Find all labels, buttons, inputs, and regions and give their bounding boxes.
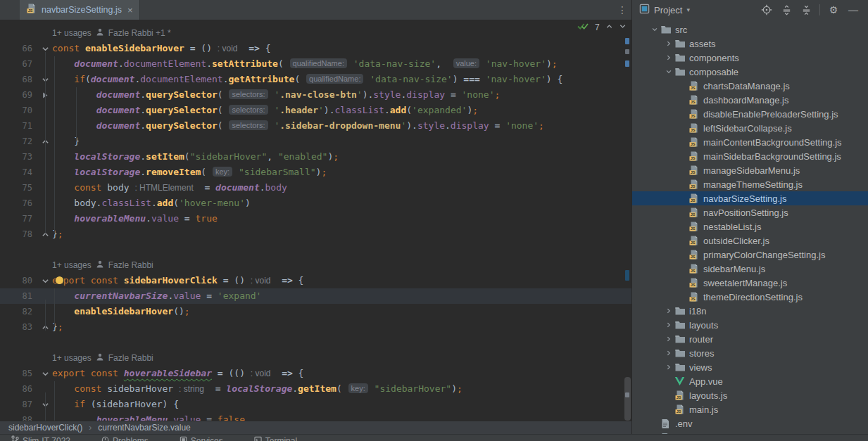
- tree-item-chartsDataManage.js[interactable]: JSchartsDataManage.js: [632, 79, 868, 93]
- line-number[interactable]: 76: [0, 196, 38, 211]
- code-line-76[interactable]: 76 body.classList.add('hover-menu'): [0, 196, 631, 211]
- code-line-73[interactable]: 73 localStorage.setItem("sidebarHover", …: [0, 149, 631, 165]
- code-line-83[interactable]: 83};: [0, 319, 631, 335]
- next-problem-icon[interactable]: [619, 23, 627, 32]
- tab-navbarSizeSetting[interactable]: JS navbarSizeSetting.js ×: [20, 0, 140, 20]
- chevron-down-icon[interactable]: ▾: [686, 6, 690, 13]
- code-line-68[interactable]: 68 if(document.documentElement.getAttrib…: [0, 72, 631, 87]
- code-line-67[interactable]: 67 document.documentElement.setAttribute…: [0, 56, 631, 72]
- tree-item-nestableList.js[interactable]: JSnestableList.js: [632, 219, 868, 234]
- code-line-69[interactable]: 69 document.querySelector( selectors: '.…: [0, 87, 631, 103]
- tree-item-manageThemeSetting.js[interactable]: JSmanageThemeSetting.js: [632, 177, 868, 191]
- line-number[interactable]: 69: [0, 87, 38, 103]
- line-number[interactable]: 82: [0, 304, 38, 319]
- statusbar-item-slim-it-7022[interactable]: Slim-IT-7022: [11, 435, 70, 441]
- tree-item-.env[interactable]: .env: [632, 416, 868, 430]
- chevron-right-icon[interactable]: [663, 364, 674, 371]
- project-panel-title[interactable]: Project: [654, 5, 682, 15]
- code-vision-hint[interactable]: 1+ usagesFazle Rabbi: [0, 257, 631, 273]
- line-number[interactable]: 83: [0, 319, 38, 335]
- error-stripe-mark[interactable]: [625, 38, 629, 44]
- tree-item-primaryColorChangeSetting.js[interactable]: JSprimaryColorChangeSetting.js: [632, 248, 868, 262]
- error-stripe-mark[interactable]: [625, 60, 629, 67]
- tree-item-manageSidebarMenu.js[interactable]: JSmanageSidebarMenu.js: [632, 163, 868, 177]
- code-line-71[interactable]: 71 document.querySelector( selectors: '.…: [0, 118, 631, 134]
- code-line-74[interactable]: 74 localStorage.removeItem( key: "sideba…: [0, 165, 631, 180]
- chevron-right-icon[interactable]: [663, 350, 674, 357]
- line-number[interactable]: 75: [0, 180, 38, 196]
- code-line-87[interactable]: 87 if (sidebarHover) {: [0, 397, 631, 412]
- tree-item-components[interactable]: components: [632, 51, 868, 65]
- code-line-72[interactable]: 72 }: [0, 134, 631, 149]
- prev-problem-icon[interactable]: [605, 23, 613, 32]
- tree-item-themeDirectionSetting.js[interactable]: JSthemeDirectionSetting.js: [632, 290, 868, 304]
- code-line-86[interactable]: 86 const sidebarHover : string = localSt…: [0, 381, 631, 397]
- breadcrumb-item[interactable]: sidebarHoverClick(): [8, 423, 82, 433]
- code-vision-hint[interactable]: 1+ usagesFazle Rabbi: [0, 350, 631, 366]
- tree-item-navPositionSetting.js[interactable]: JSnavPositionSetting.js: [632, 205, 868, 219]
- chevron-right-icon[interactable]: [663, 307, 674, 314]
- tree-item-src[interactable]: src: [632, 23, 868, 37]
- chevron-right-icon[interactable]: [663, 335, 674, 343]
- code-line-75[interactable]: 75 const body : HTMLElement = document.b…: [0, 180, 631, 196]
- tree-item-layouts.js[interactable]: JSlayouts.js: [632, 388, 868, 402]
- tree-item-composable[interactable]: composable: [632, 65, 868, 79]
- tree-item-router[interactable]: router: [632, 332, 868, 346]
- code-line-70[interactable]: 70 document.querySelector( selectors: '.…: [0, 103, 631, 118]
- intention-bulb-icon[interactable]: [56, 276, 63, 284]
- statusbar-item-terminal[interactable]: Terminal: [254, 435, 297, 441]
- code-line-88[interactable]: 88 hoverableMenu.value = false: [0, 412, 631, 421]
- line-number[interactable]: 73: [0, 149, 38, 165]
- line-number[interactable]: 85: [0, 366, 38, 381]
- chevron-right-icon[interactable]: [663, 54, 674, 61]
- gear-icon[interactable]: ⚙: [826, 2, 841, 18]
- usages-hint[interactable]: 1+ usages: [52, 350, 92, 366]
- line-number[interactable]: 87: [0, 397, 38, 412]
- tree-item-main.js[interactable]: JSmain.js: [632, 402, 868, 416]
- statusbar-item-problems[interactable]: Problems: [101, 435, 149, 441]
- line-number[interactable]: 77: [0, 211, 38, 226]
- usages-hint[interactable]: 1+ usages: [52, 257, 92, 273]
- tree-item-layouts[interactable]: layouts: [632, 318, 868, 332]
- line-number[interactable]: 80: [0, 273, 38, 288]
- code-line-66[interactable]: 66const enableSidebarHover = () : void =…: [0, 41, 631, 56]
- line-number[interactable]: 81: [0, 288, 38, 304]
- line-number[interactable]: 71: [0, 118, 38, 134]
- chevron-right-icon[interactable]: [663, 321, 674, 328]
- chevron-right-icon[interactable]: [663, 40, 674, 47]
- code-line-78[interactable]: 78};: [0, 226, 631, 242]
- chevron-down-icon[interactable]: [663, 68, 674, 75]
- line-number[interactable]: 66: [0, 41, 38, 56]
- tree-item-App.vue[interactable]: App.vue: [632, 374, 868, 388]
- usages-hint[interactable]: 1+ usages: [52, 25, 92, 41]
- author-hint[interactable]: Fazle Rabbi: [108, 350, 153, 366]
- code-line-81[interactable]: 81 currentNavbarSize.value = 'expand': [0, 288, 631, 304]
- tree-item-stores[interactable]: stores: [632, 346, 868, 360]
- chevron-down-icon[interactable]: [649, 26, 660, 33]
- breadcrumb-item[interactable]: currentNavbarSize.value: [98, 423, 190, 433]
- hide-panel-icon[interactable]: ―: [845, 2, 861, 18]
- scrollbar-thumb[interactable]: [624, 377, 631, 421]
- tree-item-dashboardManage.js[interactable]: JSdashboardManage.js: [632, 93, 868, 107]
- fold-toggle-icon[interactable]: [38, 273, 52, 288]
- line-number[interactable]: 78: [0, 226, 38, 242]
- tree-item-disableEnablePreloaderSetting.js[interactable]: JSdisableEnablePreloaderSetting.js: [632, 107, 868, 121]
- fold-toggle-icon[interactable]: [38, 366, 52, 381]
- tree-item-mainContentBackgroundSetting.js[interactable]: JSmainContentBackgroundSetting.js: [632, 135, 868, 149]
- tab-options-kebab-icon[interactable]: ⋮: [614, 0, 631, 20]
- line-number[interactable]: 88: [0, 412, 38, 421]
- error-stripe-mark[interactable]: [625, 270, 629, 281]
- close-tab-icon[interactable]: ×: [127, 5, 133, 15]
- collapse-all-icon[interactable]: [798, 2, 814, 18]
- line-number[interactable]: 72: [0, 134, 38, 149]
- statusbar-item-services[interactable]: Services: [180, 435, 223, 441]
- inspections-widget[interactable]: 7: [577, 22, 627, 33]
- tree-item-views[interactable]: views: [632, 360, 868, 374]
- tree-item-i18n[interactable]: i18n: [632, 304, 868, 318]
- tree-item-assets[interactable]: assets: [632, 37, 868, 51]
- tree-item-navbarSizeSetting.js[interactable]: JSnavbarSizeSetting.js: [632, 191, 868, 205]
- line-number[interactable]: 74: [0, 165, 38, 180]
- code-vision-hint[interactable]: 1+ usagesFazle Rabbi +1 *: [0, 25, 631, 41]
- author-hint[interactable]: Fazle Rabbi +1 *: [108, 25, 171, 41]
- tree-item-sweetalertManage.js[interactable]: JSsweetalertManage.js: [632, 276, 868, 290]
